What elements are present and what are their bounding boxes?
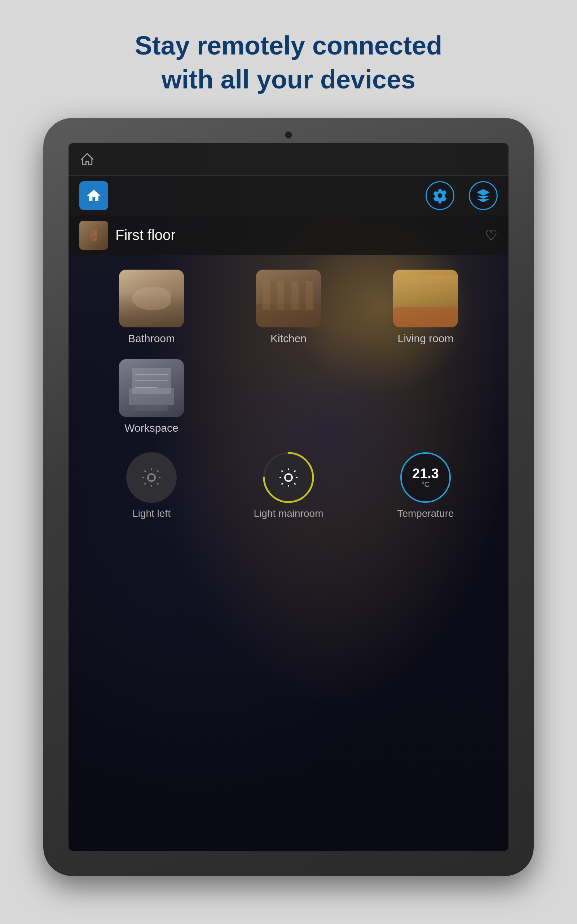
svg-line-3 [145, 471, 146, 472]
room-item-bathroom[interactable]: Bathroom [90, 270, 213, 345]
room-item-workspace[interactable]: Workspace [90, 359, 213, 434]
content-area: Bathroom Kitchen [69, 255, 508, 851]
rooms-grid: Bathroom Kitchen [90, 270, 487, 434]
floor-header: 🚪 First floor ♡ [69, 215, 508, 255]
room-item-kitchen[interactable]: Kitchen [227, 270, 350, 345]
floor-name-label: First floor [115, 227, 485, 243]
temperature-unit: °C [422, 480, 429, 489]
home-outline-icon [79, 152, 95, 168]
device-item-light-mainroom[interactable]: Light mainroom [227, 452, 350, 519]
svg-line-7 [145, 483, 146, 485]
grid-spacer [227, 359, 350, 434]
tablet-camera [285, 131, 292, 139]
room-label-bathroom: Bathroom [128, 333, 175, 345]
device-circle-light-mainroom [263, 452, 314, 503]
room-item-livingroom[interactable]: Living room [364, 270, 487, 345]
settings-button[interactable] [425, 181, 455, 210]
layers-icon [475, 188, 491, 204]
light-left-icon [141, 467, 162, 488]
temperature-circle: 21.3 °C [400, 452, 451, 503]
room-thumbnail-kitchen [256, 270, 321, 327]
room-label-workspace: Workspace [124, 422, 179, 434]
room-label-kitchen: Kitchen [271, 333, 306, 345]
tablet-device: 🚪 First floor ♡ [43, 118, 534, 876]
floor-thumbnail: 🚪 [79, 221, 108, 250]
favorite-icon[interactable]: ♡ [485, 227, 498, 244]
room-label-livingroom: Living room [397, 333, 453, 345]
device-item-light-left[interactable]: Light left [90, 452, 213, 519]
device-item-temperature[interactable]: 21.3 °C Temperature [364, 452, 487, 519]
svg-point-0 [148, 474, 155, 481]
room-thumbnail-bathroom [119, 270, 184, 327]
page-title: Stay remotely connected with all your de… [135, 29, 442, 96]
device-label-light-left: Light left [132, 508, 171, 519]
top-bar [69, 143, 508, 176]
devices-grid: Light left [90, 452, 487, 519]
room-thumbnail-livingroom [393, 270, 458, 327]
temperature-value: 21.3 [412, 467, 439, 480]
nav-bar [69, 176, 508, 215]
light-ring-svg [261, 451, 316, 505]
nav-home-button[interactable] [79, 181, 108, 210]
device-label-light-mainroom: Light mainroom [254, 508, 324, 519]
device-circle-light-left [126, 452, 177, 503]
svg-line-4 [157, 483, 159, 485]
home-icon [86, 188, 102, 204]
app-ui: 🚪 First floor ♡ [69, 143, 508, 851]
room-thumbnail-workspace [119, 359, 184, 417]
tablet-screen: 🚪 First floor ♡ [69, 143, 508, 851]
grid-spacer2 [364, 359, 487, 434]
layers-button[interactable] [469, 181, 498, 210]
gear-icon [432, 188, 448, 204]
device-label-temperature: Temperature [397, 508, 454, 519]
svg-line-8 [157, 471, 159, 472]
